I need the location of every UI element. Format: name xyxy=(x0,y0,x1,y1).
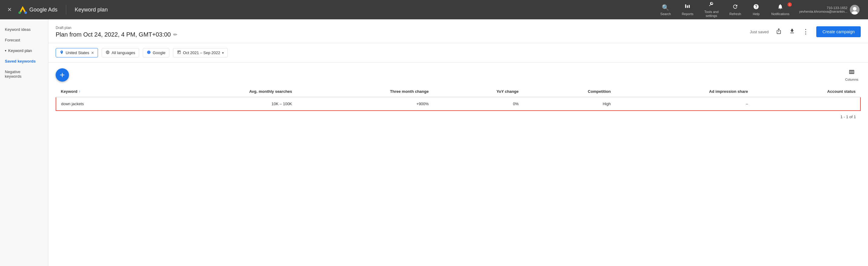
table-area: + Columns Keyword ↑ xyxy=(49,63,868,123)
sidebar-item-saved-keywords-label: Saved keywords xyxy=(5,59,36,64)
avg-monthly-searches-cell: 10K – 100K xyxy=(149,97,297,111)
nav-page-title: Keyword plan xyxy=(75,7,108,13)
location-filter-remove-icon[interactable]: ✕ xyxy=(91,51,94,55)
plan-header-right: Just saved ⋮ Create campaign xyxy=(750,25,861,38)
refresh-nav-button[interactable]: Refresh xyxy=(725,2,746,18)
sidebar: Keyword ideas Forecast ▾ Keyword plan Sa… xyxy=(0,19,49,266)
sidebar-item-negative-keywords[interactable]: Negativekeywords xyxy=(0,67,48,81)
search-engine-filter[interactable]: Google xyxy=(143,48,169,58)
header-actions: ⋮ xyxy=(773,25,811,38)
help-icon xyxy=(753,4,759,11)
main-layout: Keyword ideas Forecast ▾ Keyword plan Sa… xyxy=(0,19,868,266)
avg-monthly-searches-column-header: Avg. monthly searches xyxy=(149,86,297,97)
nav-right: 🔍 Search Reports Tools andsettings Refre… xyxy=(655,0,863,20)
help-nav-button[interactable]: Help xyxy=(747,2,765,18)
columns-button[interactable]: Columns xyxy=(843,67,861,82)
download-button[interactable] xyxy=(787,26,798,38)
tools-settings-nav-button[interactable]: Tools andsettings xyxy=(700,0,723,20)
more-options-button[interactable]: ⋮ xyxy=(800,25,811,38)
user-phone: 710-133-1652 xyxy=(799,6,847,10)
help-label: Help xyxy=(753,12,760,16)
tools-settings-label: Tools andsettings xyxy=(704,10,719,18)
yoy-change-column-header: YoY change xyxy=(433,86,523,97)
calendar-icon xyxy=(177,50,181,55)
three-month-change-column-header: Three month change xyxy=(297,86,434,97)
create-campaign-button[interactable]: Create campaign xyxy=(816,26,861,37)
tools-icon xyxy=(708,1,714,9)
columns-icon xyxy=(848,69,855,77)
search-label: Search xyxy=(660,12,671,16)
plan-header: Draft plan Plan from Oct 24, 2022, 4 PM,… xyxy=(49,19,868,43)
sidebar-item-forecast[interactable]: Forecast xyxy=(0,35,48,45)
reports-icon xyxy=(684,4,690,11)
plan-name: Plan from Oct 24, 2022, 4 PM, GMT+03:00 … xyxy=(56,31,177,38)
sidebar-item-forecast-label: Forecast xyxy=(5,38,20,42)
main-content: Draft plan Plan from Oct 24, 2022, 4 PM,… xyxy=(49,19,868,266)
draft-label: Draft plan xyxy=(56,26,177,30)
top-navigation: ✕ Google Ads Keyword plan 🔍 Search Repor… xyxy=(0,0,868,19)
add-keyword-button[interactable]: + xyxy=(56,68,69,81)
keyword-column-header: Keyword ↑ xyxy=(56,86,149,97)
svg-point-1 xyxy=(19,11,21,14)
language-filter[interactable]: All languages xyxy=(102,48,139,58)
refresh-label: Refresh xyxy=(730,12,741,16)
search-engine-filter-label: Google xyxy=(153,51,165,55)
google-ads-logo-icon xyxy=(18,5,28,14)
plan-name-text: Plan from Oct 24, 2022, 4 PM, GMT+03:00 xyxy=(56,31,171,38)
columns-label: Columns xyxy=(845,78,858,81)
user-account-button[interactable]: 710-133-1652 yevheniia.khromova@serankin… xyxy=(796,4,863,16)
svg-point-9 xyxy=(147,51,151,54)
location-filter-label: United States xyxy=(66,51,89,55)
language-icon xyxy=(105,50,110,55)
refresh-icon xyxy=(732,4,738,11)
svg-rect-5 xyxy=(689,5,690,8)
sidebar-item-saved-keywords[interactable]: Saved keywords xyxy=(0,56,48,67)
table-row: down jackets 10K – 100K +900% 0% High – xyxy=(56,97,861,111)
svg-rect-4 xyxy=(687,5,688,8)
table-header-row: Keyword ↑ Avg. monthly searches Three mo… xyxy=(56,86,861,97)
nav-left: ✕ Google Ads Keyword plan xyxy=(5,5,108,14)
yoy-change-cell: 0% xyxy=(433,97,523,111)
three-month-change-cell: +900% xyxy=(297,97,434,111)
close-button[interactable]: ✕ xyxy=(5,5,14,14)
notifications-nav-button[interactable]: 1 Notifications xyxy=(766,2,794,18)
chevron-down-icon: ▾ xyxy=(222,51,224,55)
competition-cell: High xyxy=(524,97,616,111)
date-range-filter[interactable]: Oct 2021 – Sep 2022 ▾ xyxy=(173,48,228,58)
ad-impression-share-column-header: Ad impression share xyxy=(616,86,753,97)
location-icon xyxy=(60,50,64,55)
notification-badge: 1 xyxy=(787,2,792,7)
nav-divider xyxy=(66,5,66,14)
just-saved-label: Just saved xyxy=(750,30,769,34)
ad-impression-share-cell: – xyxy=(616,97,753,111)
sort-ascending-icon[interactable]: ↑ xyxy=(79,90,81,94)
language-filter-label: All languages xyxy=(112,51,135,55)
plan-header-left: Draft plan Plan from Oct 24, 2022, 4 PM,… xyxy=(56,26,177,38)
reports-nav-button[interactable]: Reports xyxy=(677,2,698,18)
chevron-down-icon: ▾ xyxy=(5,49,6,52)
sidebar-item-negative-keywords-label: Negativekeywords xyxy=(5,69,22,78)
account-status-column-header: Account status xyxy=(753,86,861,97)
sidebar-item-keyword-ideas[interactable]: Keyword ideas xyxy=(0,24,48,35)
edit-icon[interactable]: ✏ xyxy=(173,32,177,37)
google-ads-logo: Google Ads xyxy=(18,5,58,14)
app-name: Google Ads xyxy=(29,7,58,13)
search-engine-icon xyxy=(147,50,151,55)
user-email: yevheniia.khromova@serankin... xyxy=(799,10,847,13)
date-range-label: Oct 2021 – Sep 2022 xyxy=(183,51,220,55)
svg-point-2 xyxy=(25,11,27,14)
sidebar-item-keyword-ideas-label: Keyword ideas xyxy=(5,27,31,32)
svg-rect-3 xyxy=(685,4,686,8)
notifications-label: Notifications xyxy=(771,12,789,16)
location-filter[interactable]: United States ✕ xyxy=(56,48,98,58)
search-nav-button[interactable]: 🔍 Search xyxy=(655,2,676,18)
share-button[interactable] xyxy=(773,26,784,38)
notifications-icon xyxy=(777,4,783,11)
sidebar-item-keyword-plan[interactable]: ▾ Keyword plan xyxy=(0,45,48,56)
sidebar-item-keyword-plan-label: Keyword plan xyxy=(8,48,32,53)
table-toolbar: + Columns xyxy=(56,67,861,82)
avatar xyxy=(850,5,860,14)
competition-column-header: Competition xyxy=(524,86,616,97)
pagination: 1 - 1 of 1 xyxy=(56,111,861,123)
keyword-header-label: Keyword xyxy=(61,89,78,94)
